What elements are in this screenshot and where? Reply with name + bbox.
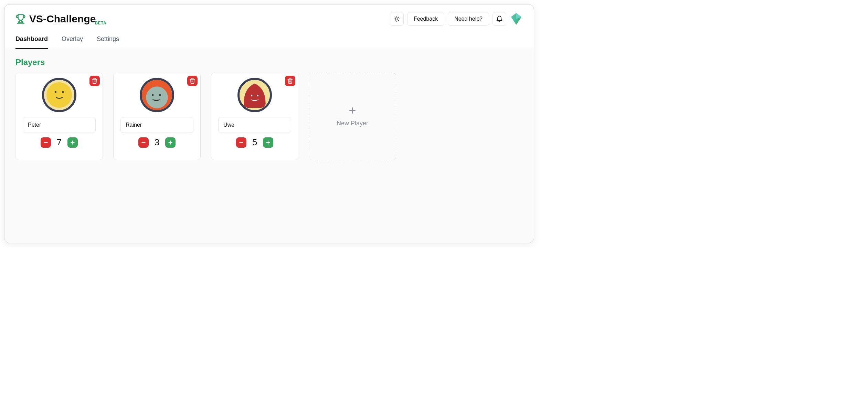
player-card: 3 (113, 73, 201, 160)
feedback-button[interactable]: Feedback (407, 12, 444, 26)
bell-icon (496, 15, 503, 22)
svg-point-20 (146, 86, 168, 108)
increment-button[interactable] (165, 137, 176, 148)
plus-icon (70, 140, 75, 145)
trophy-icon (15, 14, 26, 24)
svg-line-3 (395, 17, 395, 17)
sun-icon (393, 15, 400, 22)
increment-button[interactable] (263, 137, 273, 148)
tab-dashboard[interactable]: Dashboard (15, 35, 48, 49)
score-value: 3 (154, 137, 160, 148)
trash-icon (92, 78, 98, 84)
svg-line-4 (399, 21, 399, 21)
player-card: 5 (211, 73, 298, 160)
content-area: Players (4, 49, 534, 243)
avatar (237, 78, 272, 112)
tab-settings[interactable]: Settings (97, 35, 119, 49)
player-name-input[interactable] (23, 117, 96, 133)
feedback-label: Feedback (414, 16, 438, 22)
nav-tabs: Dashboard Overlay Settings (4, 26, 534, 49)
minus-icon (43, 140, 49, 145)
app-window: VS-Challenge BETA Feedback (4, 4, 534, 243)
avatar (42, 78, 76, 112)
app-title: VS-Challenge (29, 13, 96, 25)
svg-line-8 (399, 17, 399, 17)
avatar (140, 78, 174, 112)
svg-point-13 (46, 82, 72, 108)
svg-point-28 (257, 95, 258, 96)
user-gem-icon[interactable] (510, 12, 523, 25)
player-name-input[interactable] (218, 117, 291, 133)
minus-icon (239, 140, 244, 145)
player-card: 7 (15, 73, 103, 160)
help-button[interactable]: Need help? (448, 12, 489, 26)
svg-point-15 (62, 91, 64, 93)
delete-player-button[interactable] (89, 76, 100, 86)
delete-player-button[interactable] (285, 76, 295, 86)
svg-point-22 (159, 94, 161, 96)
score-controls: 5 (236, 137, 273, 148)
beta-badge: BETA (95, 21, 106, 25)
new-player-label: New Player (337, 120, 368, 127)
brand: VS-Challenge BETA (15, 13, 106, 25)
score-controls: 3 (138, 137, 176, 148)
players-grid: 7 (15, 73, 523, 160)
trash-icon (287, 78, 293, 84)
svg-point-27 (251, 95, 252, 96)
player-name-input[interactable] (120, 117, 193, 133)
score-controls: 7 (41, 137, 78, 148)
help-label: Need help? (454, 16, 483, 22)
svg-line-7 (395, 21, 395, 21)
plus-icon (168, 140, 173, 145)
score-value: 7 (56, 137, 63, 148)
header-actions: Feedback Need help? (390, 12, 523, 26)
plus-icon (265, 140, 271, 145)
delete-player-button[interactable] (187, 76, 198, 86)
tab-overlay[interactable]: Overlay (62, 35, 83, 49)
new-player-button[interactable]: New Player (309, 73, 396, 160)
svg-point-0 (396, 18, 398, 20)
app-header: VS-Challenge BETA Feedback (4, 4, 534, 26)
plus-icon (348, 106, 357, 115)
svg-point-14 (55, 91, 56, 93)
decrement-button[interactable] (236, 137, 246, 148)
trash-icon (189, 78, 195, 84)
decrement-button[interactable] (41, 137, 51, 148)
minus-icon (141, 140, 146, 145)
increment-button[interactable] (67, 137, 78, 148)
svg-point-21 (152, 94, 154, 96)
score-value: 5 (251, 137, 258, 148)
players-heading: Players (15, 57, 523, 67)
theme-toggle[interactable] (390, 12, 404, 26)
notifications-button[interactable] (493, 12, 506, 26)
decrement-button[interactable] (138, 137, 149, 148)
